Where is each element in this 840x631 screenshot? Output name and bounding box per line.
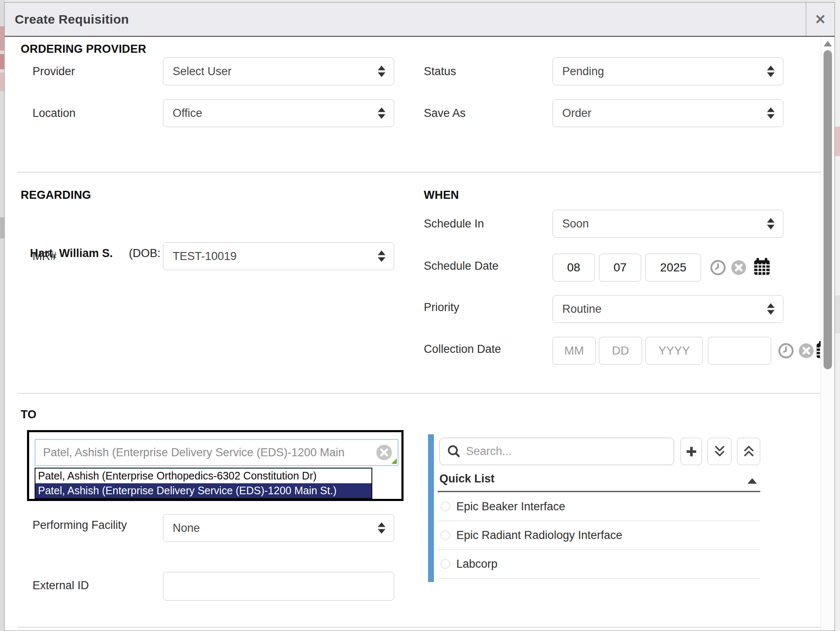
save-as-select-value: Order bbox=[562, 107, 591, 120]
select-stepper-icon bbox=[767, 108, 775, 119]
performing-facility-select-value: None bbox=[173, 522, 200, 535]
quick-list-item[interactable]: Epic Beaker Interface bbox=[438, 493, 760, 521]
dialog-header: Create Requisition ✕ bbox=[5, 3, 835, 37]
collapse-all-button[interactable] bbox=[737, 438, 760, 465]
chevron-double-up-icon bbox=[742, 444, 756, 459]
status-select-value: Pending bbox=[562, 65, 604, 78]
collection-month-input[interactable] bbox=[553, 337, 596, 365]
select-stepper-icon bbox=[767, 66, 775, 77]
select-stepper-icon bbox=[378, 66, 385, 77]
section-divider bbox=[17, 627, 821, 628]
external-id-label: External ID bbox=[33, 579, 89, 592]
status-select[interactable]: Pending bbox=[553, 57, 783, 85]
select-stepper-icon bbox=[378, 251, 385, 262]
quick-list-item[interactable]: Epic Radiant Radiology Interface bbox=[438, 521, 760, 550]
vertical-scrollbar[interactable] bbox=[821, 37, 835, 631]
select-stepper-icon bbox=[378, 108, 385, 119]
collection-day-input[interactable] bbox=[599, 337, 642, 365]
schedule-day-input[interactable] bbox=[599, 254, 641, 282]
when-heading: WHEN bbox=[424, 189, 459, 202]
radio-icon[interactable] bbox=[440, 530, 450, 540]
schedule-date-clear-icon[interactable] bbox=[731, 260, 747, 277]
dob-prefix: (DOB: bbox=[129, 247, 164, 260]
scrollbar-thumb[interactable] bbox=[824, 50, 832, 369]
schedule-month-input[interactable] bbox=[553, 254, 595, 282]
schedule-date-calendar-icon[interactable] bbox=[753, 257, 771, 278]
dialog-title: Create Requisition bbox=[5, 12, 129, 27]
close-button[interactable]: ✕ bbox=[806, 3, 835, 36]
save-as-label: Save As bbox=[424, 107, 466, 120]
expand-all-button[interactable] bbox=[707, 438, 732, 465]
quick-list-item[interactable]: Labcorp bbox=[438, 550, 760, 579]
schedule-in-select[interactable]: Soon bbox=[553, 210, 783, 238]
mr-select[interactable]: TEST-10019 bbox=[163, 242, 394, 270]
recipient-search-input[interactable] bbox=[35, 439, 398, 466]
select-stepper-icon bbox=[378, 523, 385, 534]
location-label: Location bbox=[33, 107, 76, 120]
provider-select-value: Select User bbox=[173, 65, 232, 78]
recipient-suggestion-list: Patel, Ashish (Enterprise Orthopedics-63… bbox=[35, 468, 372, 499]
scroll-up-arrow-icon[interactable] bbox=[824, 41, 832, 46]
collection-date-label: Collection Date bbox=[424, 343, 501, 356]
collection-year-input[interactable] bbox=[645, 337, 703, 365]
background-page-right bbox=[835, 0, 840, 631]
performing-facility-label: Performing Facility bbox=[33, 515, 130, 535]
create-requisition-dialog: Create Requisition ✕ ORDERING PROVIDER P… bbox=[4, 2, 835, 631]
schedule-time-clock-icon[interactable] bbox=[710, 260, 726, 277]
quick-list-divider bbox=[438, 491, 760, 492]
performing-facility-select[interactable]: None bbox=[163, 514, 394, 542]
location-select-value: Office bbox=[173, 107, 202, 120]
priority-select[interactable]: Routine bbox=[553, 295, 783, 323]
priority-label: Priority bbox=[424, 301, 459, 314]
quick-list-item-label: Epic Beaker Interface bbox=[456, 500, 565, 513]
provider-label: Provider bbox=[33, 65, 75, 78]
status-label: Status bbox=[424, 65, 456, 78]
schedule-in-label: Schedule In bbox=[424, 217, 484, 230]
recipient-suggestion[interactable]: Patel, Ashish (Enterprise Orthopedics-63… bbox=[35, 469, 371, 483]
mr-label: MR# bbox=[33, 250, 57, 263]
save-as-select[interactable]: Order bbox=[553, 99, 783, 127]
section-divider bbox=[17, 172, 821, 173]
recipient-suggestion-selected[interactable]: Patel, Ashish (Enterprise Delivery Servi… bbox=[35, 483, 371, 498]
chevron-double-down-icon bbox=[713, 444, 726, 459]
resize-handle-icon[interactable] bbox=[391, 458, 397, 464]
collection-date-clear-icon[interactable] bbox=[798, 343, 814, 360]
add-recipient-button[interactable] bbox=[680, 438, 702, 465]
radio-icon[interactable] bbox=[440, 559, 450, 569]
directory-accent-bar bbox=[428, 434, 434, 582]
collection-time-input[interactable] bbox=[708, 337, 771, 365]
dialog-body: ORDERING PROVIDER Provider Select User S… bbox=[5, 37, 835, 631]
schedule-date-label: Schedule Date bbox=[424, 260, 499, 273]
quick-list-item-label: Labcorp bbox=[456, 558, 498, 571]
quick-list-heading: Quick List bbox=[439, 472, 495, 485]
directory-search-input[interactable] bbox=[439, 438, 674, 465]
recipient-clear-icon[interactable] bbox=[376, 444, 393, 461]
regarding-heading: REGARDING bbox=[21, 189, 91, 202]
collection-time-clock-icon[interactable] bbox=[778, 343, 794, 360]
to-heading: TO bbox=[21, 408, 36, 421]
quick-list-collapse-icon[interactable] bbox=[748, 478, 757, 484]
external-id-input[interactable] bbox=[163, 572, 394, 601]
provider-select[interactable]: Select User bbox=[163, 57, 394, 85]
search-icon bbox=[446, 444, 461, 460]
select-stepper-icon bbox=[767, 218, 775, 230]
ordering-provider-heading: ORDERING PROVIDER bbox=[21, 43, 146, 56]
select-stepper-icon bbox=[767, 303, 775, 315]
location-select[interactable]: Office bbox=[163, 99, 394, 127]
section-divider bbox=[17, 393, 821, 394]
schedule-year-input[interactable] bbox=[645, 254, 701, 282]
recipient-picker-highlight-box: Patel, Ashish (Enterprise Orthopedics-63… bbox=[27, 430, 404, 501]
plus-icon bbox=[684, 444, 699, 459]
radio-icon[interactable] bbox=[440, 501, 450, 512]
quick-list-item-label: Epic Radiant Radiology Interface bbox=[456, 529, 622, 542]
schedule-in-select-value: Soon bbox=[562, 217, 589, 230]
mr-select-value: TEST-10019 bbox=[173, 250, 237, 263]
priority-select-value: Routine bbox=[562, 303, 602, 316]
